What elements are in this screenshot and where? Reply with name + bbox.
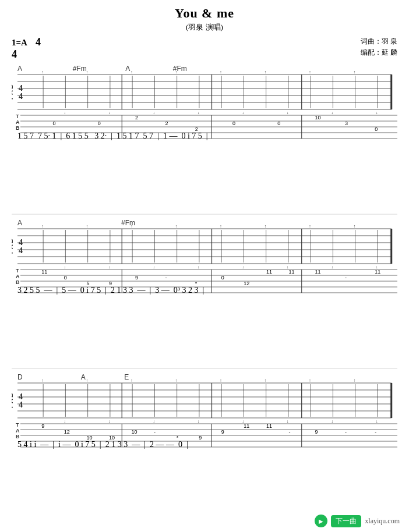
page: You & me (羽泉 演唱) 1=A 4 4 词曲：羽 泉 编配：延 麟 ▶… — [0, 0, 409, 532]
watermark-site: xlayiqu.com — [365, 517, 400, 526]
composer-info: 词曲：羽 泉 编配：延 麟 — [361, 36, 397, 58]
key-time-sig: 1=A 4 4 — [12, 36, 41, 61]
next-button[interactable]: 下一曲 — [331, 515, 361, 527]
song-title: You & me — [12, 6, 397, 21]
play-button[interactable]: ▶ — [315, 515, 327, 527]
info-row: 1=A 4 4 词曲：羽 泉 编配：延 麟 — [12, 36, 397, 61]
song-subtitle: (羽泉 演唱) — [12, 22, 397, 33]
title-section: You & me (羽泉 演唱) — [12, 6, 397, 33]
tab-canvas-container — [12, 63, 397, 532]
key-sig: 1=A 4 4 — [12, 38, 41, 59]
tab-canvas — [12, 63, 397, 532]
watermark: ▶ 下一曲 xlayiqu.com — [315, 515, 400, 527]
